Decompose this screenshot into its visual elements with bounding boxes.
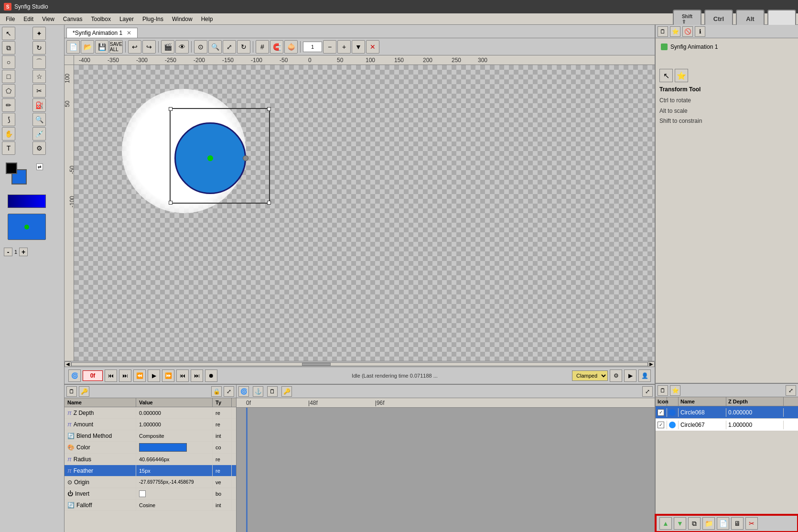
tl-btn2[interactable]: ⚓ [253, 386, 263, 397]
skip-start-btn[interactable]: ⏮ [105, 369, 117, 382]
layer-check-068[interactable]: ✓ [656, 408, 667, 417]
next-keyframe-btn[interactable]: ⏮ [176, 369, 189, 382]
play-btn[interactable]: ▶ [148, 369, 160, 382]
tl-btn4[interactable]: 🔑 [281, 386, 292, 397]
tl-expand-btn[interactable]: ⤢ [642, 386, 653, 397]
tb-zoom-in2[interactable]: + [337, 40, 351, 54]
layer-circle067[interactable]: ✓ Circle067 1.000000 [656, 419, 798, 431]
canvas-viewport[interactable] [74, 65, 655, 361]
step-forward-btn[interactable]: ⏩ [162, 369, 174, 382]
tool-pen[interactable]: ✏ [2, 98, 15, 112]
layer-delete-btn[interactable]: ✂ [745, 517, 758, 530]
blend-mode-select[interactable]: Clamped [572, 370, 608, 381]
anim-mode-btn[interactable]: 👤 [638, 369, 651, 382]
props-btn1[interactable]: 🗒 [66, 386, 77, 397]
tb-onion[interactable]: 🧅 [284, 40, 298, 54]
tb-render[interactable]: 🎬 [161, 40, 174, 54]
layer-checkbox-068[interactable]: ✓ [658, 409, 664, 416]
handle-br[interactable] [267, 201, 271, 205]
prop-zdepth-value[interactable]: 0.000000 [136, 407, 213, 418]
tool-star[interactable]: ☆ [32, 70, 46, 83]
layer-checkbox-067[interactable]: ✓ [658, 422, 664, 428]
layers-expand-btn[interactable]: ⤢ [786, 385, 796, 396]
scroll-right-btn[interactable]: ▶ [648, 361, 655, 367]
tb-stop[interactable]: ✕ [366, 40, 379, 54]
scroll-thumb[interactable] [302, 363, 331, 366]
menu-canvas[interactable]: Canvas [59, 15, 86, 23]
prop-blendmethod-value[interactable]: Composite [136, 430, 213, 441]
tb-preview[interactable]: 👁 [175, 40, 189, 54]
rt-btn1[interactable]: 🗒 [658, 26, 668, 37]
circle-radius-handle[interactable] [243, 155, 248, 161]
tl-btn3[interactable]: 🗒 [267, 386, 278, 397]
tool-bucket[interactable]: ⛽ [32, 98, 46, 112]
scroll-track[interactable] [71, 362, 648, 366]
step-back-btn[interactable]: ⏪ [133, 369, 146, 382]
tb-save[interactable]: 💾 [95, 40, 108, 54]
tb-saveall[interactable]: SAVE ALL [109, 40, 123, 54]
prop-radius-value[interactable]: 40.666446px [136, 454, 213, 465]
tb-zoom-in[interactable]: 🔍 [208, 40, 222, 54]
tb-grid[interactable]: # [256, 40, 269, 54]
prop-invert-value[interactable] [136, 488, 213, 499]
menu-plugins[interactable]: Plug-Ins [139, 15, 167, 23]
layer-canvas-btn[interactable]: 🖥 [731, 517, 744, 530]
handle-bl[interactable] [169, 201, 173, 205]
layer-check-067[interactable]: ✓ [656, 421, 667, 429]
layer-add-btn[interactable]: 📄 [717, 517, 729, 530]
record-btn[interactable]: ⏺ [205, 369, 217, 382]
circle-center-point[interactable] [207, 155, 213, 161]
tb-undo[interactable]: ↩ [128, 40, 141, 54]
playback-toggle-btn[interactable]: 🌀 [68, 369, 81, 382]
handle-tl[interactable] [169, 107, 173, 111]
props-expand-btn[interactable]: ⤢ [224, 386, 234, 397]
menu-toolbox[interactable]: Toolbox [87, 15, 115, 23]
layers-btn1[interactable]: 🗒 [658, 385, 668, 396]
render-btn[interactable]: ▶ [624, 369, 636, 382]
tool-bezier[interactable]: ⌒ [32, 55, 46, 69]
menu-view[interactable]: View [38, 15, 58, 23]
frame-input[interactable] [83, 370, 103, 381]
tool-zoom[interactable]: 🔍 [32, 113, 46, 126]
transform-icon[interactable]: ↖ [659, 69, 673, 82]
rt-btn2[interactable]: ⭐ [670, 26, 680, 37]
layer-group-btn[interactable]: 📁 [702, 517, 715, 530]
size-increase-btn[interactable]: + [19, 248, 28, 256]
tool-eyedrop[interactable]: 💉 [32, 127, 46, 141]
menu-file[interactable]: File [2, 15, 19, 23]
rt-btn4[interactable]: ℹ [695, 26, 705, 37]
layer-move-down-btn[interactable]: ▼ [674, 517, 686, 530]
canvas-tab-close[interactable]: ✕ [127, 30, 131, 36]
menu-edit[interactable]: Edit [20, 15, 37, 23]
zoom-input[interactable] [303, 42, 322, 52]
layer-move-up-btn[interactable]: ▲ [659, 517, 672, 530]
canvas-tab[interactable]: *Synfig Animation 1 ✕ [66, 28, 138, 38]
prop-feather[interactable]: π Feather 15px re [65, 465, 236, 477]
layer-dup-btn[interactable]: ⧉ [688, 517, 701, 530]
tool-circle[interactable]: ○ [2, 55, 15, 69]
tool-rotate[interactable]: ↻ [32, 41, 46, 54]
tb-zoom-fit[interactable]: ⤢ [223, 40, 236, 54]
tool-path[interactable]: ⟆ [2, 113, 15, 126]
tb-redo[interactable]: ↪ [142, 40, 156, 54]
tb-open[interactable]: 📂 [81, 40, 94, 54]
rt-btn3[interactable]: 🚫 [682, 26, 693, 37]
timeline-content[interactable] [237, 408, 655, 532]
props-btn2[interactable]: 🔑 [79, 386, 89, 397]
prop-color-value[interactable] [136, 442, 213, 453]
tool-poly[interactable]: ⬠ [2, 84, 15, 98]
color-swatch-preview[interactable] [139, 443, 187, 452]
handle-tr[interactable] [267, 107, 271, 111]
size-decrease-btn[interactable]: - [4, 248, 12, 256]
prop-origin-value[interactable]: -27.697755px,-14.458679 [136, 477, 213, 488]
prev-keyframe-btn[interactable]: ⏭ [119, 369, 131, 382]
tb-circle-tool[interactable]: ⊙ [194, 40, 207, 54]
menu-window[interactable]: Window [168, 15, 196, 23]
tool-hand[interactable]: ✋ [2, 127, 15, 141]
tb-new[interactable]: 📄 [66, 40, 80, 54]
layers-btn2[interactable]: ⭐ [670, 385, 680, 396]
gradient-swatch[interactable] [8, 195, 46, 208]
skip-end-btn[interactable]: ⏭ [191, 369, 203, 382]
scroll-left-btn[interactable]: ◀ [65, 361, 71, 367]
tb-snap[interactable]: 🧲 [270, 40, 283, 54]
